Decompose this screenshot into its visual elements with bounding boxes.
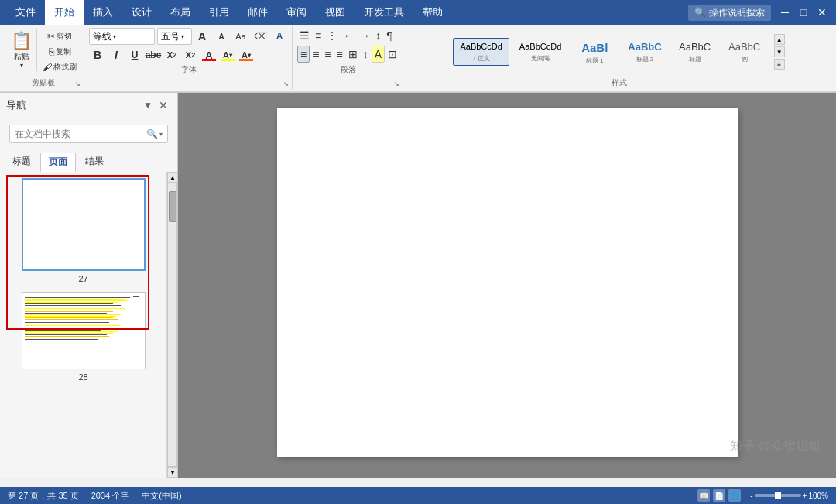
style-heading1[interactable]: AaBl 标题 1 [571, 36, 618, 68]
zoom-in-button[interactable]: + [803, 492, 807, 500]
highlight-color-button[interactable]: A▾ [219, 47, 236, 63]
numbering-button[interactable]: ≡ [313, 28, 324, 43]
bold-button[interactable]: B [89, 47, 106, 63]
clear-format-button[interactable]: ⌫ [251, 29, 269, 43]
superscript-button[interactable]: X2 [182, 47, 199, 63]
status-bar: 第 27 页，共 35 页 2034 个字 中文(中国) 📖 📄 🌐 - + 1… [0, 487, 836, 504]
paste-button[interactable]: 📋 粘贴 ▾ [6, 28, 37, 72]
sort-button[interactable]: ↕ [373, 28, 383, 43]
zoom-out-button[interactable]: - [750, 492, 752, 500]
copy-button[interactable]: ⎘ 复制 [40, 45, 79, 59]
tab-help[interactable]: 帮助 [413, 0, 452, 25]
tab-review[interactable]: 审阅 [277, 0, 316, 25]
tab-insert[interactable]: 插入 [84, 0, 122, 25]
search-dropdown-icon[interactable]: ▾ [159, 131, 163, 138]
tab-references[interactable]: 引用 [200, 0, 238, 25]
tab-file[interactable]: 文件 [6, 0, 45, 25]
style-title[interactable]: AaBbC 标题 [672, 37, 718, 67]
shading-button[interactable]: A [372, 46, 385, 63]
increase-indent-button[interactable]: → [357, 28, 372, 43]
nav-search-box[interactable]: 🔍 ▾ [9, 125, 168, 143]
scroll-down-button[interactable]: ▼ [167, 467, 177, 478]
page-28-content [22, 293, 145, 345]
justify-button[interactable]: ≡ [334, 46, 345, 62]
paragraph-expand-icon[interactable]: ↘ [392, 79, 401, 88]
tab-design[interactable]: 设计 [122, 0, 161, 25]
increase-font-button[interactable]: A [193, 29, 211, 43]
search-icon[interactable]: 🔍 [146, 129, 158, 139]
tab-developer[interactable]: 开发工具 [355, 0, 413, 25]
styles-scroll-up[interactable]: ▲ [774, 34, 785, 45]
nav-close-button[interactable]: ✕ [156, 98, 171, 113]
page-28-thumb[interactable] [22, 292, 146, 369]
decrease-indent-button[interactable]: ← [341, 28, 356, 43]
nav-tab-pages[interactable]: 页面 [40, 153, 76, 172]
tab-layout[interactable]: 布局 [161, 0, 200, 25]
title-bar: 文件 开始 插入 设计 布局 引用 邮件 审阅 视图 开发工具 帮助 [0, 0, 836, 25]
watermark: 知乎 @众裙姐姐 [730, 438, 821, 454]
decrease-font-button[interactable]: A [212, 29, 231, 43]
scroll-up-button[interactable]: ▲ [167, 172, 177, 183]
style-heading2[interactable]: AaBbC 标题 2 [621, 37, 668, 67]
font-name-row: 等线 ▾ 五号 ▾ A A Aa ⌫ A [89, 28, 289, 45]
clipboard-expand-icon[interactable]: ↘ [73, 79, 82, 88]
web-view-button[interactable]: 🌐 [728, 489, 741, 502]
align-left-button[interactable]: ≡ [297, 46, 310, 63]
zoom-slider[interactable] [755, 494, 801, 497]
nav-pin-button[interactable]: ▼ [140, 98, 156, 113]
style-subtitle[interactable]: AaBbC 副 [721, 37, 768, 67]
cut-icon: ✂ [47, 31, 55, 42]
multilevel-list-button[interactable]: ⋮ [324, 28, 340, 43]
paragraph-row2: ≡ ≡ ≡ ≡ ⊞ ↕ A ⊡ [297, 46, 399, 63]
status-view-controls: 📖 📄 🌐 - + 100% [697, 489, 828, 502]
font-expand-icon[interactable]: ↘ [281, 79, 290, 88]
print-view-button[interactable]: 📄 [713, 489, 725, 502]
minimize-button[interactable]: ─ [777, 5, 793, 20]
subscript-button[interactable]: X2 [163, 47, 180, 63]
change-case-button[interactable]: Aa [231, 29, 250, 43]
styles-scroll: ▲ ▼ ≡ [774, 34, 785, 70]
styles-more-button[interactable]: ≡ [774, 59, 785, 70]
font-group: 等线 ▾ 五号 ▾ A A Aa ⌫ A B I [86, 26, 293, 90]
scroll-track [167, 183, 177, 467]
nav-search-input[interactable] [15, 129, 146, 139]
align-center-button[interactable]: ≡ [310, 46, 321, 62]
text-color-button[interactable]: A [200, 47, 218, 63]
cut-button[interactable]: ✂ 剪切 [40, 29, 79, 43]
text-effects-button[interactable]: A [270, 29, 289, 43]
column-layout-button[interactable]: ⊞ [346, 46, 360, 62]
borders-button[interactable]: ⊡ [385, 46, 399, 62]
maximize-button[interactable]: □ [796, 5, 811, 20]
font-name-dropdown[interactable]: 等线 ▾ [89, 28, 155, 45]
italic-button[interactable]: I [108, 47, 125, 63]
scroll-thumb[interactable] [169, 191, 176, 222]
nav-tab-results[interactable]: 结果 [77, 153, 111, 172]
align-right-button[interactable]: ≡ [322, 46, 333, 62]
read-view-button[interactable]: 📖 [697, 489, 710, 502]
style-no-spacing[interactable]: AaBbCcDd 无间隔 [512, 38, 568, 65]
clipboard-right: ✂ 剪切 ⎘ 复制 🖌 格式刷 [39, 28, 81, 76]
bullets-button[interactable]: ☰ [297, 28, 312, 43]
page-27-thumb[interactable] [22, 178, 146, 271]
tab-mailings[interactable]: 邮件 [238, 0, 277, 25]
font-color-button[interactable]: A▾ [238, 47, 255, 63]
close-button[interactable]: ✕ [814, 5, 830, 20]
format-painter-button[interactable]: 🖌 格式刷 [40, 60, 79, 74]
copy-icon: ⎘ [49, 46, 54, 57]
styles-scroll-down[interactable]: ▼ [774, 46, 785, 57]
font-size-dropdown[interactable]: 五号 ▾ [157, 28, 192, 45]
line-spacing-button[interactable]: ↕ [361, 46, 371, 62]
tab-view[interactable]: 视图 [316, 0, 355, 25]
style-normal[interactable]: AaBbCcDd ↓ 正文 [453, 38, 509, 65]
nav-tab-headings[interactable]: 标题 [5, 153, 39, 172]
help-search[interactable]: 🔍 操作说明搜索 [688, 5, 771, 21]
tab-home[interactable]: 开始 [45, 0, 84, 25]
nav-content-area: 27 [0, 172, 177, 478]
strikethrough-button[interactable]: abc [145, 47, 162, 63]
underline-button[interactable]: U [126, 47, 143, 63]
paragraph-label: 段落 [341, 64, 356, 75]
document-area: 知乎 @众裙姐姐 [178, 93, 836, 478]
show-hide-button[interactable]: ¶ [384, 28, 395, 43]
navigation-panel: 导航 ▼ ✕ 🔍 ▾ 标题 页面 结果 [0, 93, 178, 478]
nav-search-container: 🔍 ▾ [0, 118, 177, 149]
